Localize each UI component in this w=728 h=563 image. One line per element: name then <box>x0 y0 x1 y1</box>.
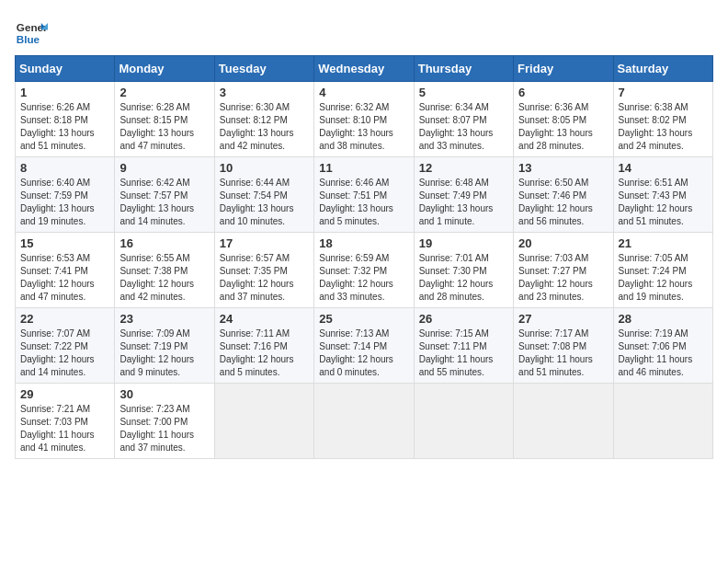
calendar-cell: 9 Sunrise: 6:42 AMSunset: 7:57 PMDayligh… <box>115 157 214 233</box>
calendar-cell: 30 Sunrise: 7:23 AMSunset: 7:00 PMDaylig… <box>115 384 214 459</box>
day-number: 17 <box>220 236 309 250</box>
day-number: 22 <box>20 312 109 326</box>
calendar-cell: 15 Sunrise: 6:53 AMSunset: 7:41 PMDaylig… <box>16 233 115 308</box>
weekday-header-tuesday: Tuesday <box>214 56 313 82</box>
day-number: 11 <box>319 161 408 175</box>
day-number: 1 <box>20 86 109 99</box>
day-number: 8 <box>20 161 109 175</box>
svg-text:Blue: Blue <box>17 33 40 45</box>
day-info: Sunrise: 7:21 AMSunset: 7:03 PMDaylight:… <box>20 403 109 454</box>
calendar-cell: 7 Sunrise: 6:38 AMSunset: 8:02 PMDayligh… <box>613 82 712 157</box>
day-number: 16 <box>119 236 209 250</box>
calendar-cell: 24 Sunrise: 7:11 AMSunset: 7:16 PMDaylig… <box>214 308 313 384</box>
calendar-cell: 2 Sunrise: 6:28 AMSunset: 8:15 PMDayligh… <box>115 82 214 157</box>
calendar-cell: 11 Sunrise: 6:46 AMSunset: 7:51 PMDaylig… <box>314 157 414 233</box>
calendar-cell: 4 Sunrise: 6:32 AMSunset: 8:10 PMDayligh… <box>314 82 414 157</box>
calendar-cell: 29 Sunrise: 7:21 AMSunset: 7:03 PMDaylig… <box>16 384 115 459</box>
day-number: 6 <box>518 86 608 99</box>
day-number: 27 <box>518 312 608 326</box>
weekday-header-wednesday: Wednesday <box>314 56 414 82</box>
logo: General Blue <box>15 15 48 48</box>
day-info: Sunrise: 6:42 AMSunset: 7:57 PMDaylight:… <box>119 177 209 228</box>
day-info: Sunrise: 6:32 AMSunset: 8:10 PMDaylight:… <box>319 101 408 153</box>
day-info: Sunrise: 6:36 AMSunset: 8:05 PMDaylight:… <box>518 101 608 153</box>
day-number: 24 <box>220 312 309 326</box>
calendar-cell <box>514 384 613 459</box>
calendar-week-row: 15 Sunrise: 6:53 AMSunset: 7:41 PMDaylig… <box>16 233 713 308</box>
calendar-cell <box>414 384 513 459</box>
calendar-week-row: 1 Sunrise: 6:26 AMSunset: 8:18 PMDayligh… <box>16 82 713 157</box>
calendar-cell <box>613 384 712 459</box>
day-info: Sunrise: 7:19 AMSunset: 7:06 PMDaylight:… <box>619 327 708 379</box>
calendar-cell: 26 Sunrise: 7:15 AMSunset: 7:11 PMDaylig… <box>414 308 513 384</box>
day-number: 29 <box>20 387 109 401</box>
calendar-cell: 16 Sunrise: 6:55 AMSunset: 7:38 PMDaylig… <box>115 233 214 308</box>
calendar-cell <box>214 384 313 459</box>
calendar-cell: 17 Sunrise: 6:57 AMSunset: 7:35 PMDaylig… <box>214 233 313 308</box>
day-info: Sunrise: 7:05 AMSunset: 7:24 PMDaylight:… <box>619 252 708 304</box>
calendar-week-row: 29 Sunrise: 7:21 AMSunset: 7:03 PMDaylig… <box>16 384 713 459</box>
calendar-header-row: SundayMondayTuesdayWednesdayThursdayFrid… <box>16 56 713 82</box>
day-info: Sunrise: 6:34 AMSunset: 8:07 PMDaylight:… <box>419 101 508 153</box>
day-number: 15 <box>20 236 109 250</box>
weekday-header-thursday: Thursday <box>414 56 513 82</box>
day-number: 18 <box>319 236 408 250</box>
day-info: Sunrise: 6:51 AMSunset: 7:43 PMDaylight:… <box>619 177 708 228</box>
calendar-cell: 10 Sunrise: 6:44 AMSunset: 7:54 PMDaylig… <box>214 157 313 233</box>
day-number: 30 <box>119 387 209 401</box>
day-info: Sunrise: 6:44 AMSunset: 7:54 PMDaylight:… <box>220 177 309 228</box>
day-info: Sunrise: 6:46 AMSunset: 7:51 PMDaylight:… <box>319 177 408 228</box>
day-info: Sunrise: 7:01 AMSunset: 7:30 PMDaylight:… <box>419 252 508 304</box>
calendar-cell: 28 Sunrise: 7:19 AMSunset: 7:06 PMDaylig… <box>613 308 712 384</box>
day-info: Sunrise: 7:23 AMSunset: 7:00 PMDaylight:… <box>119 403 209 454</box>
calendar-cell <box>314 384 414 459</box>
day-info: Sunrise: 6:48 AMSunset: 7:49 PMDaylight:… <box>419 177 508 228</box>
day-number: 20 <box>518 236 608 250</box>
day-info: Sunrise: 7:17 AMSunset: 7:08 PMDaylight:… <box>518 327 608 379</box>
calendar-table: SundayMondayTuesdayWednesdayThursdayFrid… <box>15 55 713 459</box>
calendar-cell: 20 Sunrise: 7:03 AMSunset: 7:27 PMDaylig… <box>514 233 613 308</box>
calendar-cell: 5 Sunrise: 6:34 AMSunset: 8:07 PMDayligh… <box>414 82 513 157</box>
day-info: Sunrise: 7:13 AMSunset: 7:14 PMDaylight:… <box>319 327 408 379</box>
day-info: Sunrise: 7:07 AMSunset: 7:22 PMDaylight:… <box>20 327 109 379</box>
day-number: 9 <box>119 161 209 175</box>
calendar-cell: 21 Sunrise: 7:05 AMSunset: 7:24 PMDaylig… <box>613 233 712 308</box>
weekday-header-sunday: Sunday <box>16 56 115 82</box>
day-number: 7 <box>619 86 708 99</box>
calendar-cell: 12 Sunrise: 6:48 AMSunset: 7:49 PMDaylig… <box>414 157 513 233</box>
calendar-cell: 23 Sunrise: 7:09 AMSunset: 7:19 PMDaylig… <box>115 308 214 384</box>
calendar-week-row: 8 Sunrise: 6:40 AMSunset: 7:59 PMDayligh… <box>16 157 713 233</box>
day-info: Sunrise: 7:09 AMSunset: 7:19 PMDaylight:… <box>119 327 209 379</box>
day-number: 14 <box>619 161 708 175</box>
day-number: 12 <box>419 161 508 175</box>
day-info: Sunrise: 7:03 AMSunset: 7:27 PMDaylight:… <box>518 252 608 304</box>
day-info: Sunrise: 6:26 AMSunset: 8:18 PMDaylight:… <box>20 101 109 153</box>
day-info: Sunrise: 6:53 AMSunset: 7:41 PMDaylight:… <box>20 252 109 304</box>
calendar-cell: 25 Sunrise: 7:13 AMSunset: 7:14 PMDaylig… <box>314 308 414 384</box>
calendar-cell: 18 Sunrise: 6:59 AMSunset: 7:32 PMDaylig… <box>314 233 414 308</box>
calendar-cell: 6 Sunrise: 6:36 AMSunset: 8:05 PMDayligh… <box>514 82 613 157</box>
page-header: General Blue <box>15 15 713 48</box>
day-info: Sunrise: 6:40 AMSunset: 7:59 PMDaylight:… <box>20 177 109 228</box>
calendar-cell: 3 Sunrise: 6:30 AMSunset: 8:12 PMDayligh… <box>214 82 313 157</box>
calendar-cell: 22 Sunrise: 7:07 AMSunset: 7:22 PMDaylig… <box>16 308 115 384</box>
day-info: Sunrise: 6:28 AMSunset: 8:15 PMDaylight:… <box>119 101 209 153</box>
day-number: 13 <box>518 161 608 175</box>
calendar-cell: 1 Sunrise: 6:26 AMSunset: 8:18 PMDayligh… <box>16 82 115 157</box>
logo-icon: General Blue <box>15 15 48 48</box>
day-info: Sunrise: 6:59 AMSunset: 7:32 PMDaylight:… <box>319 252 408 304</box>
day-number: 2 <box>119 86 209 99</box>
day-info: Sunrise: 6:50 AMSunset: 7:46 PMDaylight:… <box>518 177 608 228</box>
calendar-cell: 13 Sunrise: 6:50 AMSunset: 7:46 PMDaylig… <box>514 157 613 233</box>
day-number: 25 <box>319 312 408 326</box>
calendar-cell: 27 Sunrise: 7:17 AMSunset: 7:08 PMDaylig… <box>514 308 613 384</box>
day-number: 4 <box>319 86 408 99</box>
day-number: 19 <box>419 236 508 250</box>
weekday-header-friday: Friday <box>514 56 613 82</box>
day-number: 10 <box>220 161 309 175</box>
calendar-week-row: 22 Sunrise: 7:07 AMSunset: 7:22 PMDaylig… <box>16 308 713 384</box>
day-number: 23 <box>119 312 209 326</box>
day-number: 28 <box>619 312 708 326</box>
calendar-cell: 19 Sunrise: 7:01 AMSunset: 7:30 PMDaylig… <box>414 233 513 308</box>
calendar-cell: 14 Sunrise: 6:51 AMSunset: 7:43 PMDaylig… <box>613 157 712 233</box>
